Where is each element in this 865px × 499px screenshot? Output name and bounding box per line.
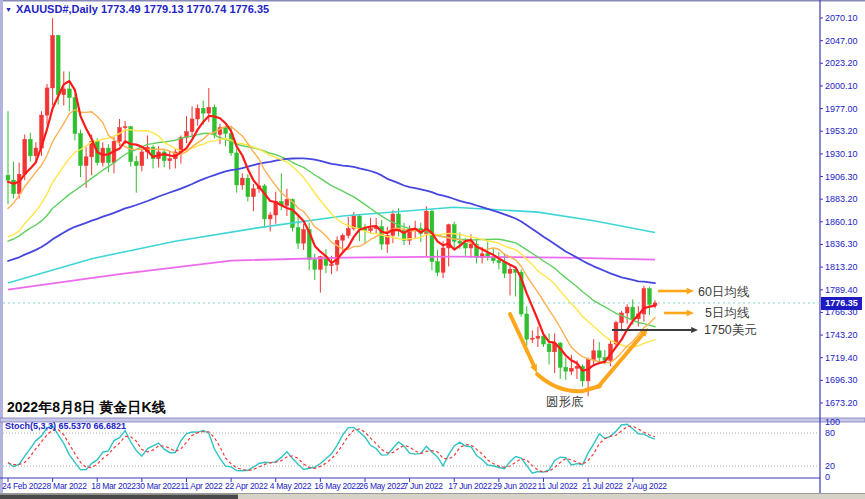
price-axis-label: 1930.10 [825,149,858,159]
date-axis-label: 11 Jul 2022 [537,481,578,491]
price-axis-label: 2070.10 [825,13,858,23]
annotation-round-bottom-label: 圆形底 [546,394,584,411]
date-axis-label: 11 Apr 2022 [180,481,222,491]
stoch-axis-label: 80 [825,428,835,438]
date-axis-label: 7 Jun 2022 [404,481,444,491]
stoch-indicator-label: Stoch(5,3,3) 65.5370 66.6821 [5,421,126,431]
date-axis-label: 24 Feb 2022 [2,481,47,491]
price-axis-label: 1719.40 [825,353,858,363]
chart-caption: 2022年8月8日 黄金日K线 [7,399,166,417]
mt4-chart-window: 2070.102047.002023.202000.101977.001953.… [0,0,865,499]
price-axis-label: 1883.20 [825,194,858,204]
stoch-d-value: 66.6821 [94,421,127,431]
chart-title: ▼XAUUSD#,Daily 1773.49 1779.13 1770.74 1… [5,3,269,15]
stoch-axis-label: 20 [825,461,835,471]
current-price-tag: 1776.35 [821,297,862,310]
date-axis-label: 29 Jun 2022 [493,481,537,491]
candlestick-chart[interactable]: 2070.102047.002023.202000.101977.001953.… [0,0,865,499]
annotation-1750-label: 1750美元 [704,322,757,339]
date-axis-label: 8 Mar 2022 [47,481,88,491]
price-axis-label: 1696.30 [825,375,858,385]
date-axis-label: 16 May 2022 [314,481,360,491]
price-axis-label: 1673.20 [825,398,858,408]
date-axis-label: 2 Aug 2022 [627,481,668,491]
date-axis-label: 18 Mar 2022 [91,481,136,491]
price-axis-label: 1860.10 [825,217,858,227]
stoch-axis-label: 0 [825,472,830,482]
price-axis-label: 1906.30 [825,172,858,182]
price-axis-label: 1953.20 [825,126,858,136]
annotation-ma5-label: 5日均线 [705,305,749,322]
price-axis-label: 1743.20 [825,330,858,340]
price-axis-label: 1836.30 [825,239,858,249]
date-axis-label: 21 Jul 2022 [582,481,623,491]
date-axis-label: 26 May 2022 [359,481,405,491]
collapse-triangle-icon[interactable]: ▼ [5,6,12,13]
stoch-name: Stoch(5,3,3) [5,421,56,431]
price-axis-label: 2023.20 [825,58,858,68]
price-axis-label: 2000.10 [825,81,858,91]
date-axis-label: 17 Jun 2022 [448,481,492,491]
price-axis-label: 1789.40 [825,285,858,295]
chart-title-ohlc: 1773.49 1779.13 1770.74 1776.35 [101,3,269,15]
date-axis-label: 30 Mar 2022 [136,481,181,491]
window-separator[interactable] [0,418,865,422]
date-axis-label: 22 Apr 2022 [225,481,268,491]
stoch-axis-label: 100 [825,417,840,427]
annotation-ma60-label: 60日均线 [698,284,749,301]
price-axis-label: 2047.00 [825,36,858,46]
price-axis-label: 1977.00 [825,104,858,114]
date-axis-label: 4 May 2022 [270,481,312,491]
stoch-k-value: 65.5370 [59,421,92,431]
chart-title-symbol: XAUUSD#,Daily [16,3,98,15]
price-axis-label: 1813.20 [825,262,858,272]
